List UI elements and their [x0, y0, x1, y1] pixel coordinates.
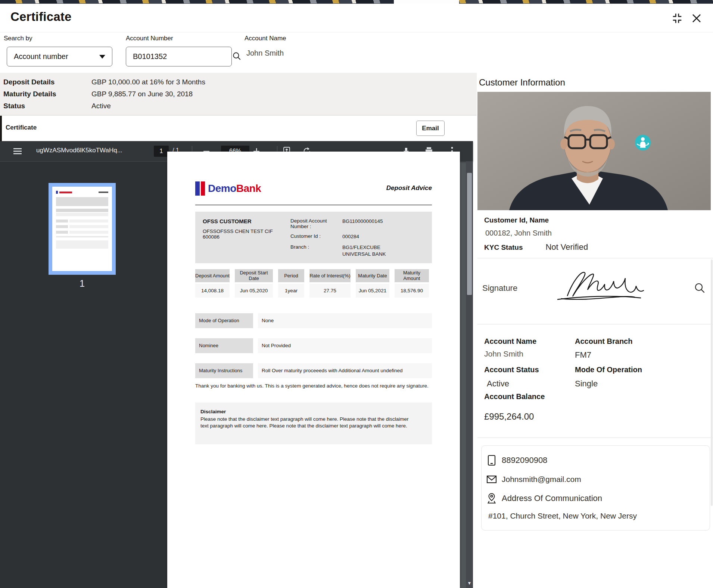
deposit-account-number-label: Deposit Account Number : [290, 218, 342, 229]
search-icon[interactable] [232, 51, 242, 62]
signature-section: Signature [477, 258, 713, 318]
deposit-details-label: Deposit Details [3, 78, 55, 86]
thanks-note: Thank you for banking with us. This is a… [195, 383, 432, 389]
thumbnail-page-preview [52, 187, 112, 271]
mail-icon [485, 475, 498, 483]
window-header: Certificate [0, 4, 713, 32]
kyc-status-label: KYC Status [484, 243, 523, 252]
deposit-account-number-value: BG110000000145 [342, 218, 424, 229]
certificate-tab-bar: Certificate Email [0, 116, 477, 141]
disclaimer-title: Disclaimer [200, 409, 426, 414]
address-of-communication-label: Address Of Communication [502, 494, 602, 503]
decorative-banner [0, 0, 713, 4]
search-bar: Search by Account number Account Number … [0, 32, 713, 73]
account-status-label: Account Status [484, 365, 575, 374]
disclaimer-block: Disclaimer Please note that the disclaim… [195, 402, 432, 444]
chevron-down-icon [99, 55, 105, 59]
col-maturity-date: Maturity Date [356, 269, 389, 282]
page-thumbnail[interactable] [49, 183, 116, 275]
account-number-input[interactable] [133, 52, 232, 61]
phone-number: 8892090908 [502, 455, 547, 465]
nominee-value: Not Provided [258, 338, 432, 353]
location-pin-icon [485, 493, 498, 504]
pdf-scrollbar-thumb[interactable] [467, 173, 472, 295]
customer-name: OFSS CUSTOMER [203, 218, 290, 224]
customer-details-block: OFSS CUSTOMER OFSSOFSSS CHEN TEST CIF 60… [195, 212, 432, 263]
val-deposit-start-date: Jun 05,2020 [235, 284, 273, 298]
menu-icon[interactable] [12, 146, 23, 156]
customer-photo [477, 92, 711, 210]
pdf-scrollbar[interactable]: ▼ [466, 161, 473, 588]
divider [477, 324, 713, 324]
pdf-thumbnail-panel: 1 [0, 161, 167, 588]
thumbnail-page-number: 1 [49, 278, 116, 289]
maturity-details-label: Maturity Details [3, 90, 56, 98]
document-title: Deposit Advice [386, 184, 432, 192]
panel-scrollbar[interactable] [711, 259, 713, 506]
col-maturity-amount: Maturity Amount [395, 269, 429, 282]
customer-information-panel: Customer Information [477, 73, 713, 588]
account-status-value: Active [484, 379, 575, 389]
status-value: Active [91, 102, 111, 110]
pdf-viewer: ugWzASMvod6lK5koTWaHq... / 1 66% [0, 141, 473, 588]
search-by-select[interactable]: Account number [7, 47, 112, 66]
email-address: Johnsmith@gmail.com [502, 475, 581, 484]
signature-zoom-icon[interactable] [692, 281, 707, 296]
pdf-filename: ugWzASMvod6lK5koTWaHq... [36, 147, 122, 154]
customer-id-name-value: 000182, John Smith [485, 229, 713, 237]
divider [477, 438, 713, 438]
search-by-selected-value: Account number [14, 52, 68, 61]
customer-id-label: Customer Id : [290, 233, 342, 240]
pdf-page: DemoBank Deposit Advice OFSS CUSTOMER OF… [167, 152, 460, 588]
col-deposit-amount: Deposit Amount [195, 269, 230, 282]
status-label: Status [3, 102, 25, 110]
col-deposit-start-date: Deposit Start Date [235, 269, 273, 282]
close-icon[interactable] [690, 12, 703, 25]
branch-label: Branch : [290, 244, 342, 258]
restore-window-icon[interactable] [670, 12, 684, 25]
deposit-details-value: GBP 10,000.00 at 16% for 3 Months [91, 78, 205, 86]
customer-information-title: Customer Information [479, 77, 713, 88]
account-branch-label: Account Branch [575, 337, 713, 346]
email-button[interactable]: Email [416, 121, 445, 136]
account-number-label: Account Number [126, 35, 173, 42]
val-period: 1year [278, 284, 304, 298]
nominee-label: Nominee [195, 338, 253, 353]
contact-card: 8892090908 Johnsmith@gmail.com [481, 445, 710, 531]
divider [195, 205, 432, 205]
branch-value: BG1/FLEXCUBE UNIVERSAL BANK [342, 244, 391, 258]
customer-id-value: 000284 [342, 233, 424, 240]
kyc-status-value: Not Verified [545, 242, 588, 252]
mode-of-operation-label: Mode Of Operation [575, 365, 713, 374]
account-balance-label: Account Balance [484, 392, 575, 401]
account-branch-value: FM7 [575, 350, 713, 360]
demobank-logo: DemoBank [195, 181, 261, 196]
deposit-table: Deposit Amount Deposit Start Date Period… [195, 269, 432, 298]
val-rate-of-interest: 27.75 [309, 284, 351, 298]
deposit-summary-panel: Deposit Details GBP 10,000.00 at 16% for… [0, 73, 477, 116]
account-details-grid: Account Name Account Branch John Smith F… [484, 337, 713, 422]
customer-id-name-label: Customer Id, Name [484, 216, 713, 224]
view-360-person-icon[interactable] [634, 134, 651, 151]
account-name-label: Account Name [484, 337, 575, 346]
col-rate-of-interest: Rate of Interest(%) [309, 269, 351, 282]
val-maturity-amount: 18,576.90 [395, 284, 429, 298]
maturity-instructions-value: Roll Over maturity proceeeds with Additi… [258, 363, 432, 378]
customer-cif: OFSSOFSSS CHEN TEST CIF 600086 [203, 228, 290, 240]
phone-icon [485, 455, 498, 466]
account-balance-value: £995,264.00 [484, 411, 575, 422]
address-value: #101, Church Street, New York, New Jersy [488, 511, 710, 520]
account-name-value: John Smith [484, 349, 575, 360]
account-name-value: John Smith [246, 49, 284, 57]
maturity-details-value: GBP 9,885.77 on June 30, 2018 [91, 90, 193, 98]
tab-certificate[interactable]: Certificate [6, 124, 37, 131]
disclaimer-text: Please note that the disclaimer text par… [200, 416, 417, 429]
page-number-input[interactable] [154, 146, 169, 157]
account-name-label: Account Name [245, 35, 286, 42]
mode-of-operation-value: None [258, 313, 432, 328]
scroll-down-arrow-icon[interactable]: ▼ [466, 578, 473, 588]
val-deposit-amount: 14,008.18 [195, 284, 230, 298]
mode-of-operation-label: Mode of Operation [195, 313, 253, 328]
val-maturity-date: Jun 05,2021 [356, 284, 389, 298]
signature-label: Signature [482, 283, 517, 293]
